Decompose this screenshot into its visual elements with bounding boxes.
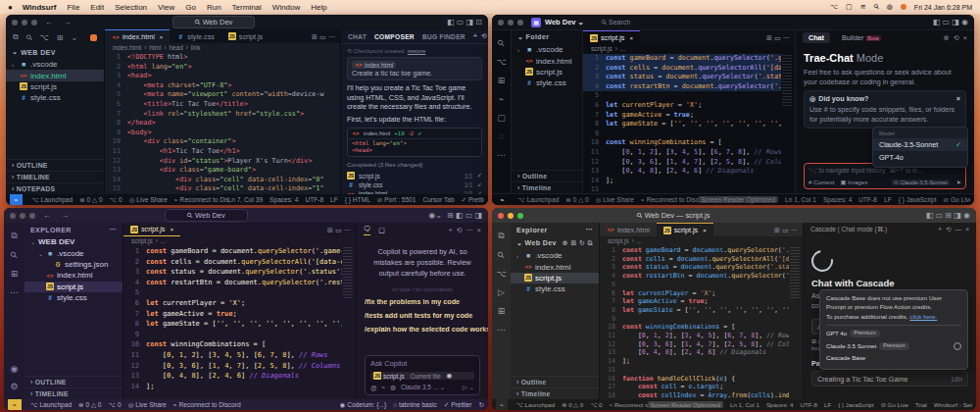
workflow-item[interactable]: Creating a Tic Tac Toe Game18h	[811, 371, 968, 386]
status-item[interactable]: ⌥ Launchpad	[31, 196, 73, 204]
status-item[interactable]: ⊘ Go Live	[944, 196, 970, 204]
status-item[interactable]: ⌁ Reconnect to Discord	[174, 196, 228, 204]
extensions-icon[interactable]: ⊞	[498, 306, 506, 316]
tab-style-css[interactable]: #style.css	[170, 29, 221, 43]
layout-icons[interactable]: ◧ ▭ ◨ ◉	[933, 18, 968, 26]
network-icon[interactable]: ≋	[860, 3, 866, 11]
remote-icon[interactable]: ⌁	[499, 94, 504, 104]
status-item[interactable]: ⊗ 0 △ 0	[565, 196, 588, 204]
account-icon[interactable]: ◉⌄	[428, 211, 442, 220]
status-item[interactable]: ✓ Prettier	[444, 401, 472, 409]
status-item[interactable]: ◎ Live Share	[129, 196, 168, 204]
tree-item--vscode[interactable]: ›■.vscode	[511, 250, 599, 261]
status-item[interactable]: Windsurf - Settings	[934, 401, 972, 408]
breadcrumb-item[interactable]: script.js	[131, 237, 153, 244]
restore-link[interactable]: restore	[408, 48, 426, 54]
menu-item-go[interactable]: Go	[185, 3, 196, 12]
menu-item-windsurf[interactable]: Windsurf	[23, 3, 57, 12]
workspace-search[interactable]: ⚲ Web Dev	[165, 209, 247, 222]
close-icon[interactable]: ×	[963, 33, 967, 42]
close-icon[interactable]: ×	[956, 94, 960, 103]
editor-actions[interactable]: ⊞ ▭ ⋯	[774, 223, 803, 236]
tab-bug-finder[interactable]: BUG FINDER	[422, 33, 466, 40]
breadcrumb-item[interactable]: ...	[161, 237, 166, 244]
plugin-icon[interactable]: ▢	[497, 113, 506, 123]
diff-card[interactable]: <> index.html +19 -2 ✓ <html lang="en"><…	[347, 128, 482, 157]
model-option-Claude-3-5-Sonnet[interactable]: Claude 3.5 SonnetPremium	[826, 340, 961, 353]
menu-icon[interactable]: ◍	[887, 3, 893, 11]
model-option-GPT-4o[interactable]: GPT 4oPremium	[826, 328, 961, 340]
attach-icon[interactable]: ⌁	[382, 384, 386, 391]
tree-item-script-js[interactable]: JSscript.js	[512, 67, 582, 77]
status-item[interactable]: ⌥ 0	[109, 401, 122, 409]
status-item[interactable]: ◎ Live Share	[596, 196, 634, 204]
sidebar-section[interactable]: › OUTLINE	[24, 376, 122, 387]
tree-item-settings-json[interactable]: {}settings.json	[24, 259, 122, 270]
traffic-lights[interactable]	[498, 20, 523, 26]
apple-menu-icon[interactable]: ●	[8, 3, 13, 12]
extensions-icon[interactable]: ⊞	[498, 76, 506, 85]
source-control-icon[interactable]: ⌥	[496, 57, 506, 67]
editor-actions[interactable]: ⊞ ▭ ⋯	[766, 30, 795, 44]
status-item[interactable]: ⌥ Launchpad	[516, 401, 555, 408]
sidebar-section[interactable]: › Timeline	[511, 387, 599, 399]
status-item[interactable]: ✓ Prettier	[462, 196, 484, 204]
tl-titlebar[interactable]: ← → ⚲ Web Dev ◧ ▭ ◨ ⊡	[6, 15, 488, 29]
status-item[interactable]: LF	[824, 401, 831, 408]
breadcrumb-item[interactable]: ...	[637, 237, 642, 244]
status-item[interactable]: ⊗ 0 △ 0	[79, 196, 102, 204]
tree-item-index-html[interactable]: <>index.html	[6, 70, 104, 80]
file-chip[interactable]: <>index.html	[352, 61, 396, 69]
copilot-input[interactable]: Ask Copilot JSscript.js Current file ◉ @…	[365, 355, 480, 395]
status-item[interactable]: ⊘ Port : 5501	[377, 196, 416, 204]
context-button[interactable]: # Context	[808, 179, 834, 185]
tree-item-style-css[interactable]: #style.css	[511, 283, 599, 294]
tab-close-icon[interactable]: ×	[629, 35, 633, 41]
more-icon[interactable]: ⋯	[586, 226, 593, 233]
sidebar-section[interactable]: › Outline	[511, 376, 599, 387]
tree-item--vscode[interactable]: ›■.vscode	[6, 59, 104, 70]
new-chat-icon[interactable]: +	[448, 226, 452, 234]
tab-close-icon[interactable]: ×	[160, 34, 164, 40]
tab-close-icon[interactable]: ×	[703, 228, 707, 233]
tree-item-script-js[interactable]: JSscript.js	[6, 81, 104, 92]
new-chat-icon[interactable]: +	[473, 32, 477, 40]
tab-composer[interactable]: COMPOSER	[374, 33, 415, 40]
menu-item-edit[interactable]: Edit	[90, 3, 104, 12]
minimap[interactable]	[781, 53, 795, 193]
status-item[interactable]: ◎ Live Share	[128, 401, 167, 409]
edits-view-icon[interactable]: ▢	[378, 226, 385, 234]
sidebar-section[interactable]: › Outline	[512, 170, 582, 181]
tab-script-js[interactable]: JSscript.js×	[583, 30, 640, 44]
menu-item-terminal[interactable]: Terminal	[232, 3, 262, 12]
status-item[interactable]: ⌁ Reconnect to Discord	[641, 196, 698, 204]
breadcrumb-item[interactable]: script.js	[591, 45, 612, 52]
breadcrumb[interactable]: script.js›...	[600, 236, 803, 245]
folder-header[interactable]: ⌄ Folder	[512, 30, 582, 44]
minimap[interactable]	[342, 245, 356, 399]
mention-icon[interactable]: @	[370, 385, 377, 391]
code-editor-js[interactable]: 1const gameBoard = document.querySelecto…	[583, 53, 781, 193]
remote-icon[interactable]: ⌁	[496, 399, 508, 410]
history-icon[interactable]: ⟲	[954, 33, 959, 42]
search-button[interactable]: ⚲ Search	[602, 19, 630, 26]
layout-icons[interactable]: ⊞ ◧ ▭ ◨	[447, 211, 482, 220]
tree-item-script-js[interactable]: JSscript.js	[24, 282, 122, 292]
tree-item--vscode[interactable]: ⌄■.vscode	[24, 247, 122, 258]
code-editor-html[interactable]: 1<!DOCTYPE html>2<html lang="en">3<head>…	[105, 52, 340, 194]
history-icon[interactable]: ⟲	[457, 226, 463, 234]
minimap[interactable]	[789, 245, 803, 399]
status-item[interactable]: Screen Reader Optimized	[698, 196, 778, 203]
run-debug-icon[interactable]: ▷	[498, 287, 505, 297]
status-item[interactable]: ⌥ Launchpad	[517, 196, 559, 204]
more-icon[interactable]: ⋯	[497, 150, 506, 160]
breadcrumb-item[interactable]: head	[170, 44, 183, 51]
layout-icons[interactable]: ◧ ▭ ⊞ ◨ ◉	[926, 211, 970, 220]
menu-item-selection[interactable]: Selection	[115, 3, 147, 12]
status-item[interactable]: LF	[330, 196, 338, 203]
menu-item-run[interactable]: Run	[207, 3, 221, 12]
status-item[interactable]: Ln 1, Col 1	[785, 196, 816, 203]
history-icon[interactable]: ⟲	[946, 226, 952, 233]
changed-file-row[interactable]: JSscript.js1/1✓	[347, 172, 482, 180]
status-item[interactable]: ⊗ 0 △ 0	[78, 401, 101, 409]
